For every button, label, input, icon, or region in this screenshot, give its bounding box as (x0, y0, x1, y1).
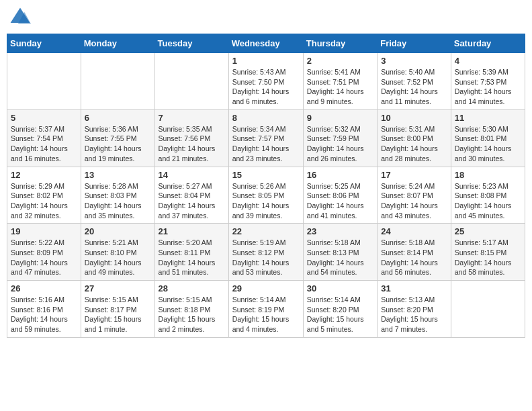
calendar-cell: 21Sunrise: 5:20 AMSunset: 8:11 PMDayligh… (154, 224, 228, 281)
calendar-cell: 19Sunrise: 5:22 AMSunset: 8:09 PMDayligh… (7, 224, 81, 281)
calendar-cell: 31Sunrise: 5:13 AMSunset: 8:20 PMDayligh… (378, 281, 451, 338)
day-number: 2 (307, 56, 373, 66)
calendar-table: SundayMondayTuesdayWednesdayThursdayFrid… (7, 34, 525, 338)
day-number: 25 (455, 226, 521, 236)
calendar-cell: 30Sunrise: 5:14 AMSunset: 8:20 PMDayligh… (303, 281, 377, 338)
day-info: Sunrise: 5:26 AMSunset: 8:05 PMDaylight:… (232, 181, 300, 221)
day-number: 23 (307, 226, 373, 236)
logo (9, 7, 34, 28)
day-header-sunday: Sunday (7, 34, 81, 53)
day-info: Sunrise: 5:17 AMSunset: 8:15 PMDaylight:… (455, 238, 521, 277)
day-number: 30 (307, 283, 373, 293)
day-number: 6 (85, 113, 151, 123)
day-number: 5 (11, 113, 77, 123)
day-number: 29 (232, 283, 300, 293)
day-number: 13 (85, 170, 151, 180)
calendar-week-row: 19Sunrise: 5:22 AMSunset: 8:09 PMDayligh… (7, 224, 525, 281)
day-info: Sunrise: 5:24 AMSunset: 8:07 PMDaylight:… (381, 181, 447, 221)
calendar-cell (81, 53, 154, 110)
day-info: Sunrise: 5:18 AMSunset: 8:13 PMDaylight:… (307, 238, 373, 277)
day-info: Sunrise: 5:35 AMSunset: 7:56 PMDaylight:… (159, 124, 225, 164)
calendar-cell: 13Sunrise: 5:28 AMSunset: 8:03 PMDayligh… (81, 167, 154, 224)
calendar-cell: 23Sunrise: 5:18 AMSunset: 8:13 PMDayligh… (303, 224, 377, 281)
calendar-cell: 12Sunrise: 5:29 AMSunset: 8:02 PMDayligh… (7, 167, 81, 224)
day-info: Sunrise: 5:31 AMSunset: 8:00 PMDaylight:… (381, 124, 447, 164)
calendar-cell (154, 53, 228, 110)
day-info: Sunrise: 5:19 AMSunset: 8:12 PMDaylight:… (232, 238, 300, 277)
day-info: Sunrise: 5:34 AMSunset: 7:57 PMDaylight:… (232, 124, 300, 164)
day-header-wednesday: Wednesday (228, 34, 303, 53)
calendar-cell: 11Sunrise: 5:30 AMSunset: 8:01 PMDayligh… (451, 109, 525, 167)
calendar-cell: 25Sunrise: 5:17 AMSunset: 8:15 PMDayligh… (451, 224, 525, 281)
day-info: Sunrise: 5:20 AMSunset: 8:11 PMDaylight:… (159, 238, 225, 277)
page-header (7, 7, 525, 28)
calendar-cell: 8Sunrise: 5:34 AMSunset: 7:57 PMDaylight… (228, 109, 303, 167)
day-info: Sunrise: 5:21 AMSunset: 8:10 PMDaylight:… (85, 238, 151, 277)
day-number: 4 (455, 56, 521, 66)
day-info: Sunrise: 5:39 AMSunset: 7:53 PMDaylight:… (455, 67, 521, 107)
day-number: 19 (11, 226, 77, 236)
day-info: Sunrise: 5:41 AMSunset: 7:51 PMDaylight:… (307, 67, 373, 107)
day-info: Sunrise: 5:16 AMSunset: 8:16 PMDaylight:… (11, 295, 77, 334)
calendar-cell: 1Sunrise: 5:43 AMSunset: 7:50 PMDaylight… (228, 53, 303, 110)
day-info: Sunrise: 5:29 AMSunset: 8:02 PMDaylight:… (11, 181, 77, 221)
day-number: 16 (307, 170, 373, 180)
calendar-cell: 16Sunrise: 5:25 AMSunset: 8:06 PMDayligh… (303, 167, 377, 224)
calendar-cell: 9Sunrise: 5:32 AMSunset: 7:59 PMDaylight… (303, 109, 377, 167)
day-number: 21 (159, 226, 225, 236)
calendar-cell: 28Sunrise: 5:15 AMSunset: 8:18 PMDayligh… (154, 281, 228, 338)
calendar-cell: 27Sunrise: 5:15 AMSunset: 8:17 PMDayligh… (81, 281, 154, 338)
day-header-tuesday: Tuesday (154, 34, 228, 53)
day-number: 24 (381, 226, 447, 236)
day-info: Sunrise: 5:14 AMSunset: 8:19 PMDaylight:… (232, 295, 300, 334)
day-number: 1 (232, 56, 300, 66)
day-number: 10 (381, 113, 447, 123)
calendar-cell: 2Sunrise: 5:41 AMSunset: 7:51 PMDaylight… (303, 53, 377, 110)
day-header-saturday: Saturday (451, 34, 525, 53)
day-info: Sunrise: 5:22 AMSunset: 8:09 PMDaylight:… (11, 238, 77, 277)
day-header-friday: Friday (378, 34, 451, 53)
day-info: Sunrise: 5:15 AMSunset: 8:17 PMDaylight:… (85, 295, 151, 334)
day-number: 15 (232, 170, 300, 180)
day-info: Sunrise: 5:14 AMSunset: 8:20 PMDaylight:… (307, 295, 373, 334)
day-number: 9 (307, 113, 373, 123)
day-number: 26 (11, 283, 77, 293)
day-number: 18 (455, 170, 521, 180)
day-number: 27 (85, 283, 151, 293)
calendar-cell: 10Sunrise: 5:31 AMSunset: 8:00 PMDayligh… (378, 109, 451, 167)
day-info: Sunrise: 5:40 AMSunset: 7:52 PMDaylight:… (381, 67, 447, 107)
calendar-cell: 29Sunrise: 5:14 AMSunset: 8:19 PMDayligh… (228, 281, 303, 338)
day-info: Sunrise: 5:30 AMSunset: 8:01 PMDaylight:… (455, 124, 521, 164)
calendar-week-row: 5Sunrise: 5:37 AMSunset: 7:54 PMDaylight… (7, 109, 525, 167)
calendar-cell: 20Sunrise: 5:21 AMSunset: 8:10 PMDayligh… (81, 224, 154, 281)
day-number: 11 (455, 113, 521, 123)
day-info: Sunrise: 5:43 AMSunset: 7:50 PMDaylight:… (232, 67, 300, 107)
calendar-cell: 5Sunrise: 5:37 AMSunset: 7:54 PMDaylight… (7, 109, 81, 167)
day-info: Sunrise: 5:32 AMSunset: 7:59 PMDaylight:… (307, 124, 373, 164)
day-info: Sunrise: 5:13 AMSunset: 8:20 PMDaylight:… (381, 295, 447, 334)
day-number: 8 (232, 113, 300, 123)
day-number: 22 (232, 226, 300, 236)
calendar-week-row: 12Sunrise: 5:29 AMSunset: 8:02 PMDayligh… (7, 167, 525, 224)
day-number: 7 (159, 113, 225, 123)
day-number: 3 (381, 56, 447, 66)
calendar-cell: 24Sunrise: 5:18 AMSunset: 8:14 PMDayligh… (378, 224, 451, 281)
calendar-cell: 26Sunrise: 5:16 AMSunset: 8:16 PMDayligh… (7, 281, 81, 338)
calendar-cell (7, 53, 81, 110)
day-header-thursday: Thursday (303, 34, 377, 53)
day-info: Sunrise: 5:28 AMSunset: 8:03 PMDaylight:… (85, 181, 151, 221)
calendar-cell: 4Sunrise: 5:39 AMSunset: 7:53 PMDaylight… (451, 53, 525, 110)
day-number: 20 (85, 226, 151, 236)
day-info: Sunrise: 5:36 AMSunset: 7:55 PMDaylight:… (85, 124, 151, 164)
day-number: 14 (159, 170, 225, 180)
calendar-week-row: 1Sunrise: 5:43 AMSunset: 7:50 PMDaylight… (7, 53, 525, 110)
day-info: Sunrise: 5:15 AMSunset: 8:18 PMDaylight:… (159, 295, 225, 334)
day-info: Sunrise: 5:27 AMSunset: 8:04 PMDaylight:… (159, 181, 225, 221)
calendar-cell: 18Sunrise: 5:23 AMSunset: 8:08 PMDayligh… (451, 167, 525, 224)
day-info: Sunrise: 5:37 AMSunset: 7:54 PMDaylight:… (11, 124, 77, 164)
calendar-cell: 14Sunrise: 5:27 AMSunset: 8:04 PMDayligh… (154, 167, 228, 224)
day-number: 12 (11, 170, 77, 180)
day-info: Sunrise: 5:23 AMSunset: 8:08 PMDaylight:… (455, 181, 521, 221)
calendar-cell (451, 281, 525, 338)
calendar-cell: 3Sunrise: 5:40 AMSunset: 7:52 PMDaylight… (378, 53, 451, 110)
